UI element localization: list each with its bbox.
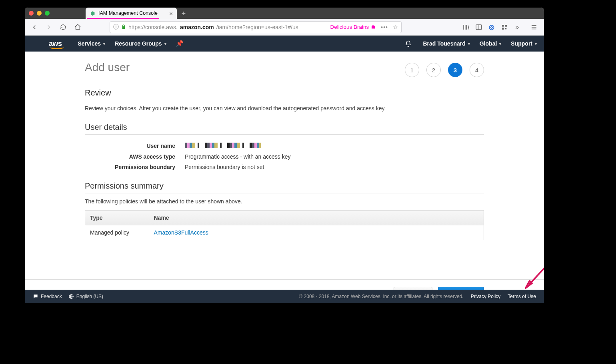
- user-details-heading: User details: [85, 123, 484, 135]
- detail-value: [185, 143, 261, 149]
- sidebar-icon[interactable]: [474, 22, 484, 32]
- language-selector[interactable]: English (US): [68, 294, 103, 299]
- hamburger-menu-icon[interactable]: [529, 22, 539, 32]
- step-4: 4: [470, 63, 484, 77]
- nav-resource-groups[interactable]: Resource Groups▾: [115, 40, 166, 47]
- user-details: User name AWS access type Programmatic a…: [85, 143, 484, 170]
- table-row: Managed policy AmazonS3FullAccess: [85, 225, 484, 240]
- obscured-username: [185, 143, 261, 148]
- step-1[interactable]: 1: [405, 63, 419, 77]
- traffic-lights: [29, 11, 50, 16]
- footer-bar: Feedback English (US) © 2008 - 2018, Ama…: [25, 290, 544, 303]
- minimize-window-button[interactable]: [37, 11, 42, 16]
- terms-link[interactable]: Terms of Use: [508, 294, 536, 299]
- svg-rect-4: [505, 28, 506, 29]
- page-actions-icon[interactable]: •••: [381, 24, 388, 30]
- notifications-icon[interactable]: [405, 40, 412, 47]
- svg-rect-1: [502, 25, 504, 27]
- feedback-link[interactable]: Feedback: [33, 294, 62, 299]
- lock-icon[interactable]: [121, 24, 126, 30]
- detail-row-access-type: AWS access type Programmatic access - wi…: [85, 153, 484, 160]
- copyright-text: © 2008 - 2018, Amazon Web Services, Inc.…: [299, 294, 463, 299]
- toolbar-right: ◎ »: [461, 22, 541, 32]
- detail-label: AWS access type: [85, 153, 185, 160]
- permissions-summary-description: The following policies will be attached …: [85, 198, 484, 205]
- review-description: Review your choices. After you create th…: [85, 105, 484, 111]
- extension-icon-1[interactable]: ◎: [486, 22, 497, 32]
- detail-label: User name: [85, 143, 185, 149]
- step-3: 3: [448, 63, 462, 77]
- review-heading: Review: [85, 88, 484, 100]
- forward-button[interactable]: [42, 21, 55, 33]
- library-icon[interactable]: [461, 22, 471, 32]
- main-content: Add user 1 2 3 4 Review Review your choi…: [25, 52, 544, 279]
- col-type: Type: [85, 211, 149, 225]
- new-tab-button[interactable]: +: [178, 8, 189, 19]
- url-domain: amazon.com: [180, 24, 214, 30]
- titlebar: ⬢ IAM Management Console × +: [25, 8, 544, 19]
- nav-support[interactable]: Support▾: [511, 40, 537, 47]
- bookmark-star-icon[interactable]: ☆: [393, 24, 398, 30]
- browser-toolbar: ⓘ https://console.aws.amazon.com/iam/hom…: [25, 19, 544, 36]
- privacy-link[interactable]: Privacy Policy: [471, 294, 501, 299]
- back-button[interactable]: [28, 21, 41, 33]
- detail-row-username: User name: [85, 143, 484, 149]
- nav-account[interactable]: Brad Touesnard▾: [423, 40, 470, 47]
- tab-loading-indicator: [87, 18, 159, 19]
- detail-label: Permissions boundary: [85, 164, 185, 170]
- policy-type: Managed policy: [85, 225, 149, 240]
- aws-logo[interactable]: aws: [49, 40, 62, 48]
- tab-favicon: ⬢: [90, 10, 95, 16]
- col-name: Name: [149, 211, 484, 225]
- nav-services[interactable]: Services▾: [78, 40, 106, 47]
- overflow-icon[interactable]: »: [512, 22, 522, 32]
- page-title: Add user: [85, 61, 130, 74]
- detail-value: Permissions boundary is not set: [185, 164, 264, 170]
- info-icon[interactable]: ⓘ: [113, 24, 119, 31]
- address-bar[interactable]: ⓘ https://console.aws.amazon.com/iam/hom…: [110, 21, 402, 33]
- svg-rect-3: [502, 28, 504, 30]
- close-window-button[interactable]: [29, 11, 34, 16]
- pin-icon[interactable]: 📌: [176, 40, 184, 47]
- url-suffix: /iam/home?region=us-east-1#/us: [216, 24, 298, 30]
- brand-link[interactable]: Delicious Brains: [330, 24, 376, 30]
- svg-rect-0: [476, 25, 482, 30]
- browser-window: ⬢ IAM Management Console × + ⓘ https://c…: [25, 8, 544, 303]
- policies-table: Type Name Managed policy AmazonS3FullAcc…: [85, 210, 484, 240]
- browser-tab[interactable]: ⬢ IAM Management Console ×: [86, 8, 177, 19]
- step-2[interactable]: 2: [426, 63, 441, 77]
- zoom-window-button[interactable]: [45, 11, 50, 16]
- permissions-summary-heading: Permissions summary: [85, 181, 484, 193]
- reload-button[interactable]: [57, 21, 70, 33]
- tab-strip: ⬢ IAM Management Console × +: [86, 8, 540, 19]
- extension-icon-2[interactable]: [499, 22, 510, 32]
- wizard-steps: 1 2 3 4: [405, 63, 484, 77]
- tab-title: IAM Management Console: [98, 10, 158, 16]
- close-tab-icon[interactable]: ×: [169, 10, 173, 17]
- detail-row-permissions-boundary: Permissions boundary Permissions boundar…: [85, 164, 484, 170]
- aws-nav: aws Services▾ Resource Groups▾ 📌 Brad To…: [25, 36, 544, 52]
- home-button[interactable]: [71, 21, 84, 33]
- detail-value: Programmatic access - with an access key: [185, 153, 291, 160]
- nav-region[interactable]: Global▾: [480, 40, 502, 47]
- svg-rect-2: [505, 25, 507, 27]
- url-prefix: https://console.aws.: [128, 24, 178, 30]
- policy-name-link[interactable]: AmazonS3FullAccess: [154, 229, 208, 236]
